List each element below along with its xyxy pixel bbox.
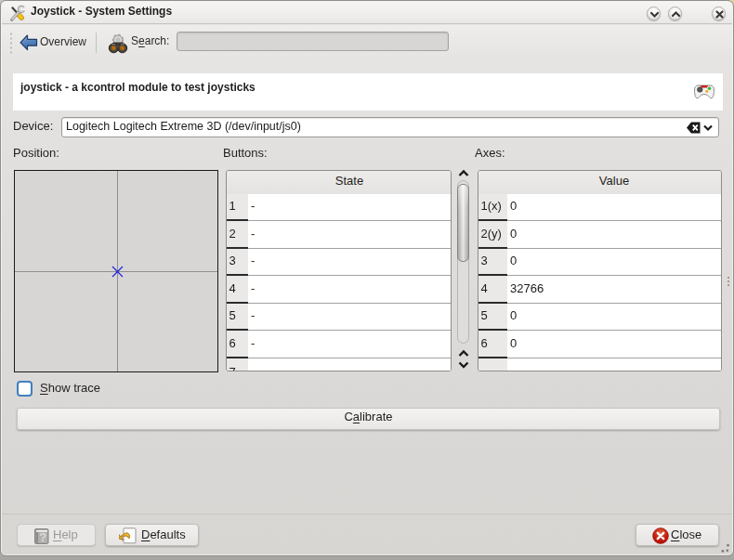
svg-text:?: ?	[39, 530, 46, 544]
